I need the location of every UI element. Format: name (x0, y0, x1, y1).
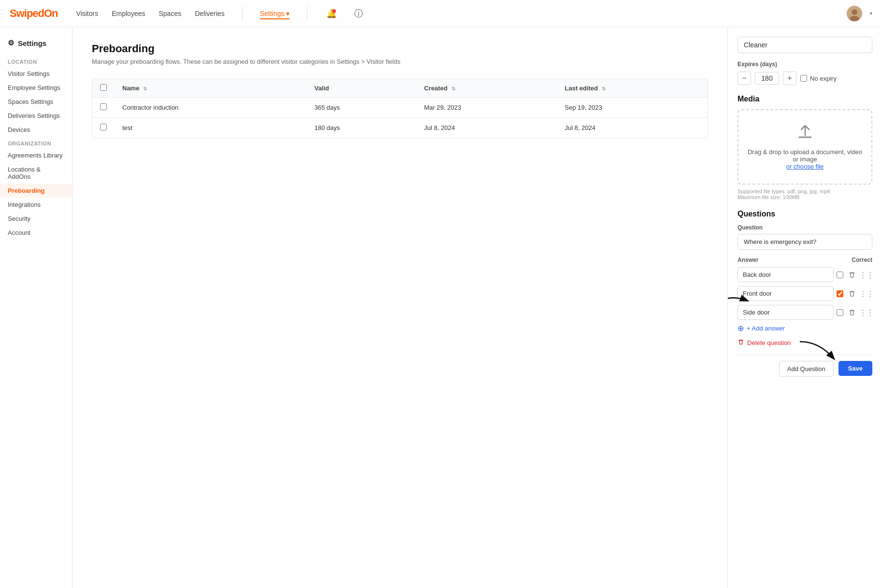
preboarding-table: Name ⇅ Valid Created ⇅ Last edited ⇅ (92, 79, 708, 138)
logo[interactable]: SwipedOn (10, 7, 58, 20)
row1-valid: 365 days (306, 98, 416, 118)
select-all-checkbox[interactable] (100, 84, 107, 91)
sidebar-item-employee-settings[interactable]: Employee Settings (0, 81, 72, 95)
question-input[interactable] (737, 234, 872, 250)
answer-2-delete-button[interactable] (846, 307, 858, 318)
notifications-icon[interactable]: 🔔 (325, 7, 338, 20)
expires-row: − 180 + No expiry (737, 72, 872, 85)
answer-col-label: Answer (737, 257, 758, 263)
answer-row-0: ⋮⋮ (737, 267, 872, 282)
nav-deliveries[interactable]: Deliveries (195, 8, 224, 19)
right-panel: Expires (days) − 180 + No expiry Media D… (727, 27, 882, 588)
notif-dot (332, 9, 336, 13)
expires-decrement-button[interactable]: − (737, 72, 751, 85)
nav-right: ▾ (847, 6, 872, 21)
row2-valid: 180 days (306, 118, 416, 138)
answers-header: Answer Correct (737, 257, 872, 263)
col-created[interactable]: Created ⇅ (417, 79, 557, 98)
nav-spaces[interactable]: Spaces (159, 8, 181, 19)
help-icon[interactable]: ⓘ (352, 7, 365, 20)
media-hint: Supported file types: pdf, png, jpg, mp4… (737, 188, 872, 200)
row2-checkbox[interactable] (100, 124, 107, 130)
media-dropzone[interactable]: Drag & drop to upload a document, video … (737, 109, 872, 185)
sidebar-item-security[interactable]: Security (0, 212, 72, 226)
answer-1-correct-checkbox[interactable] (837, 290, 843, 297)
page-title: Preboarding (92, 43, 708, 55)
row1-name[interactable]: Contractor induction (115, 98, 306, 118)
delete-question-button[interactable]: Delete question (737, 339, 791, 347)
answer-1-drag-button[interactable]: ⋮⋮ (861, 288, 872, 300)
row2-created: Jul 8, 2024 (417, 118, 557, 138)
settings-label: Settings (260, 10, 285, 17)
answer-1-delete-button[interactable] (846, 288, 858, 300)
sidebar-item-deliveries-settings[interactable]: Deliveries Settings (0, 109, 72, 123)
answer-0-drag-button[interactable]: ⋮⋮ (861, 269, 872, 281)
sidebar-item-devices[interactable]: Devices (0, 123, 72, 137)
sidebar-item-agreements-library[interactable]: Agreements Library (0, 148, 72, 162)
col-name[interactable]: Name ⇅ (115, 79, 306, 98)
sidebar-item-spaces-settings[interactable]: Spaces Settings (0, 95, 72, 109)
sidebar-item-integrations[interactable]: Integrations (0, 198, 72, 212)
avatar-chevron[interactable]: ▾ (870, 11, 872, 16)
sidebar-item-visitor-settings[interactable]: Visitor Settings (0, 67, 72, 81)
avatar[interactable] (847, 6, 862, 21)
questions-section-title: Questions (737, 210, 872, 218)
answer-0-correct-checkbox[interactable] (837, 272, 843, 278)
save-button[interactable]: Save (839, 361, 872, 376)
svg-point-1 (852, 9, 857, 15)
questions-section: Questions Question Answer Correct ⋮⋮ (737, 210, 872, 377)
expires-increment-button[interactable]: + (783, 72, 796, 85)
svg-rect-3 (798, 136, 812, 138)
topnav: SwipedOn Visitors Employees Spaces Deliv… (0, 0, 882, 27)
last-edited-sort-icon: ⇅ (602, 86, 606, 91)
choose-file-link[interactable]: or choose file (786, 163, 824, 170)
table-row: Contractor induction 365 days Mar 29, 20… (92, 98, 708, 118)
media-drag-text: Drag & drop to upload a document, video … (746, 148, 864, 170)
sidebar-item-locations-addons[interactable]: Locations & AddOns (0, 162, 72, 184)
media-section-title: Media (737, 95, 872, 103)
sidebar-item-account[interactable]: Account (0, 226, 72, 240)
app-body: ⚙ Settings LOCATION Visitor Settings Emp… (0, 27, 882, 588)
settings-gear-icon: ⚙ (8, 39, 14, 47)
sidebar: ⚙ Settings LOCATION Visitor Settings Emp… (0, 27, 72, 588)
nav-divider2 (307, 6, 307, 21)
row2-name[interactable]: test (115, 118, 306, 138)
sidebar-title: Settings (18, 39, 46, 47)
answer-2-correct-checkbox[interactable] (837, 309, 843, 316)
sidebar-org-section: ORGANIZATION (0, 137, 72, 148)
correct-col-label: Correct (852, 257, 872, 263)
sidebar-item-preboarding[interactable]: Preboarding (0, 184, 72, 198)
answer-0-input[interactable] (737, 267, 834, 282)
row1-checkbox[interactable] (100, 103, 107, 110)
answer-1-input[interactable] (737, 286, 834, 301)
question-label: Question (737, 224, 872, 231)
row1-last-edited: Sep 19, 2023 (557, 98, 708, 118)
nav-employees[interactable]: Employees (112, 8, 145, 19)
sidebar-location-section: LOCATION (0, 55, 72, 67)
col-last-edited[interactable]: Last edited ⇅ (557, 79, 708, 98)
upload-icon (796, 124, 814, 144)
sidebar-header: ⚙ Settings (0, 35, 72, 55)
row1-created: Mar 29, 2023 (417, 98, 557, 118)
no-expiry-checkbox[interactable] (800, 75, 807, 82)
answer-2-drag-button[interactable]: ⋮⋮ (861, 307, 872, 318)
add-answer-button[interactable]: ⊕ + Add answer (737, 324, 785, 333)
notification-badge: 🔔 (326, 8, 337, 19)
nav-visitors[interactable]: Visitors (76, 8, 99, 19)
answer-2-input[interactable] (737, 305, 834, 320)
col-valid: Valid (306, 79, 416, 98)
preboarding-name-input[interactable] (737, 37, 872, 53)
add-question-button[interactable]: Add Question (779, 361, 834, 377)
created-sort-icon: ⇅ (451, 86, 455, 91)
trash-icon (737, 339, 744, 347)
answer-row-1: ⋮⋮ (737, 286, 872, 301)
nav-settings[interactable]: Settings ▾ (260, 8, 290, 19)
nav-divider (242, 6, 243, 21)
answer-0-delete-button[interactable] (846, 269, 858, 281)
page-subtitle: Manage your preboarding flows. These can… (92, 58, 708, 65)
no-expiry-label: No expiry (800, 75, 837, 82)
main-content: Preboarding Manage your preboarding flow… (72, 27, 727, 588)
row2-last-edited: Jul 8, 2024 (557, 118, 708, 138)
name-sort-icon: ⇅ (143, 86, 147, 91)
table-row: test 180 days Jul 8, 2024 Jul 8, 2024 (92, 118, 708, 138)
